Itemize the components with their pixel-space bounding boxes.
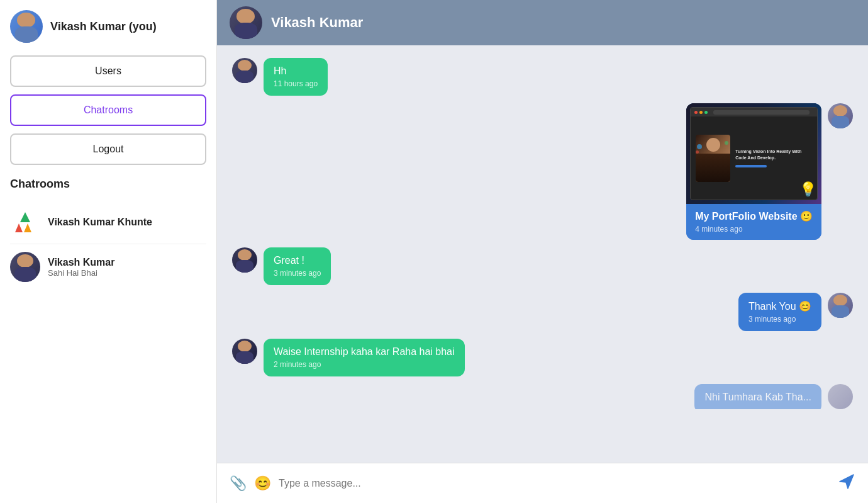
msg-time-internship: 2 minutes ago <box>274 360 455 369</box>
portfolio-caption-time: 4 minutes ago <box>695 225 813 234</box>
chatroom-avatar <box>10 207 40 237</box>
current-user-avatar <box>10 10 43 43</box>
portfolio-caption: My PortFolio Website 🙂 4 minutes ago <box>686 204 821 240</box>
msg-text-great: Great ! <box>274 255 321 266</box>
message-row-partial: Nhi Tumhara Kab Tha... <box>232 384 853 409</box>
messages-container: Hh 11 hours ago <box>217 45 868 463</box>
portfolio-card: Turning Vision Into Reality With Code An… <box>686 103 821 240</box>
msg-bubble: Hh 11 hours ago <box>264 58 328 96</box>
msg-avatar-partial <box>828 384 853 409</box>
message-row-thankyou: Thank You 😊 3 minutes ago <box>232 293 853 331</box>
msg-time-great: 3 minutes ago <box>274 269 321 278</box>
svg-marker-0 <box>20 212 30 222</box>
msg-bubble-internship: Waise Internship kaha kar Raha hai bhai … <box>264 339 465 376</box>
contact-info: Vikash Kumar Sahi Hai Bhai <box>48 257 114 278</box>
msg-text: Hh <box>274 65 318 77</box>
message-row-internship: Waise Internship kaha kar Raha hai bhai … <box>232 339 853 376</box>
chat-header: Vikash Kumar <box>217 0 868 45</box>
contact-name: Vikash Kumar <box>48 257 114 268</box>
sidebar: Vikash Kumar (you) Users Chatrooms Logou… <box>0 0 217 503</box>
sidebar-header: Vikash Kumar (you) <box>10 10 206 43</box>
msg-text-thankyou: Thank You 😊 <box>748 300 811 312</box>
chatrooms-section-title: Chatrooms <box>10 178 206 191</box>
chatrooms-button[interactable]: Chatrooms <box>10 94 206 126</box>
msg-avatar-great <box>232 247 257 273</box>
portfolio-caption-text: My PortFolio Website 🙂 <box>695 210 813 222</box>
msg-bubble-great: Great ! 3 minutes ago <box>264 247 331 285</box>
portfolio-heading: Turning Vision Into Reality With Code An… <box>735 149 812 161</box>
attachment-icon[interactable]: 📎 <box>230 475 247 492</box>
msg-avatar <box>232 58 257 83</box>
msg-text-internship: Waise Internship kaha kar Raha hai bhai <box>274 346 455 358</box>
message-row-great: Great ! 3 minutes ago <box>232 247 853 285</box>
portfolio-image: Turning Vision Into Reality With Code An… <box>686 103 821 204</box>
msg-time: 11 hours ago <box>274 79 318 88</box>
contact-item[interactable]: Vikash Kumar Sahi Hai Bhai <box>10 244 206 290</box>
msg-bubble-partial: Nhi Tumhara Kab Tha... <box>694 384 821 409</box>
emoji-icon[interactable]: 😊 <box>254 475 271 492</box>
msg-text-partial: Nhi Tumhara Kab Tha... <box>704 392 811 403</box>
contact-avatar <box>10 252 40 282</box>
contact-status: Sahi Hai Bhai <box>48 268 114 278</box>
logout-button[interactable]: Logout <box>10 133 206 165</box>
message-input[interactable] <box>279 478 830 489</box>
chat-header-name: Vikash Kumar <box>271 14 363 31</box>
current-username: Vikash Kumar (you) <box>50 20 157 33</box>
chatroom-item[interactable]: Vikash Kumar Khunte <box>10 201 206 244</box>
chat-header-avatar <box>230 6 262 39</box>
msg-avatar-internship <box>232 339 257 364</box>
users-button[interactable]: Users <box>10 55 206 87</box>
bulb-icon: 💡 <box>799 181 816 198</box>
chat-area: Vikash Kumar Hh 11 hours ago <box>217 0 868 503</box>
msg-avatar-thankyou <box>828 293 853 318</box>
msg-avatar-outgoing <box>828 103 853 128</box>
msg-time-thankyou: 3 minutes ago <box>748 315 811 324</box>
svg-marker-1 <box>15 223 23 232</box>
svg-marker-2 <box>24 223 31 232</box>
msg-bubble-thankyou: Thank You 😊 3 minutes ago <box>738 293 821 331</box>
send-icon[interactable] <box>838 473 855 494</box>
message-row-portfolio: Turning Vision Into Reality With Code An… <box>232 103 853 240</box>
chatroom-name: Vikash Kumar Khunte <box>48 217 152 228</box>
chat-input-area: 📎 😊 <box>217 463 868 503</box>
message-row: Hh 11 hours ago <box>232 58 853 96</box>
